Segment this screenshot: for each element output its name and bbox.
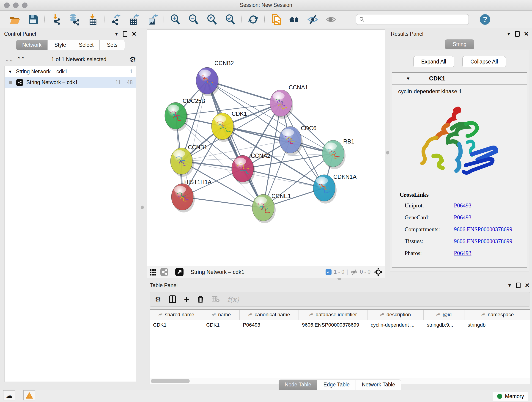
import-table-file-icon[interactable] [87, 13, 99, 26]
birds-eye-view-icon[interactable] [175, 268, 184, 276]
pharos-link[interactable]: P06493 [454, 250, 471, 256]
export-table-icon[interactable] [128, 13, 140, 26]
function-builder-icon: f(x) [227, 295, 239, 303]
table-menu-icon[interactable]: ▼ [507, 283, 512, 288]
tab-sets[interactable]: Sets [100, 40, 125, 50]
column-header-name[interactable]: ☍name [203, 310, 240, 320]
hide-selected-icon[interactable] [307, 13, 319, 26]
close-panel-icon[interactable]: ✕ [132, 31, 137, 38]
export-network-icon[interactable] [109, 13, 122, 26]
show-column-icon[interactable] [169, 295, 176, 303]
selected-nodes-checkbox-icon[interactable]: ✓ [326, 269, 331, 275]
warnings-button[interactable] [23, 390, 35, 400]
network-node-RB1[interactable]: RB1 [322, 138, 355, 169]
memory-button[interactable]: Memory [493, 392, 528, 401]
navigator-crosshair-icon[interactable] [374, 268, 383, 277]
zoom-fit-icon[interactable] [206, 13, 218, 26]
first-neighbors-icon[interactable] [288, 13, 301, 26]
results-menu-icon[interactable]: ▼ [506, 32, 511, 37]
network-node-CDC25B[interactable]: CDC25B [165, 98, 205, 131]
scrollbar-thumb[interactable] [151, 379, 190, 383]
column-type-icon: ☍ [380, 312, 384, 317]
expand-all-button[interactable]: Expand All [413, 56, 454, 67]
node-label: RB1 [343, 138, 355, 145]
network-collection-row[interactable]: ▼ String Network – cdk1 1 [5, 66, 136, 77]
search-box [356, 14, 469, 25]
node-label: CDK1 [232, 110, 247, 117]
entry-expander-icon[interactable]: ▼ [406, 76, 410, 81]
tab-string[interactable]: String [445, 39, 474, 49]
results-float-icon[interactable] [515, 31, 520, 37]
network-tree: ▼ String Network – cdk1 1 String Network… [5, 66, 136, 382]
tissues-link[interactable]: 9606.ENSP00000378699 [454, 238, 512, 245]
help-button[interactable]: ? [480, 14, 490, 25]
tab-network[interactable]: Network [16, 40, 48, 50]
compartments-link[interactable]: 9606.ENSP00000378699 [454, 226, 512, 233]
column-header-sharedname[interactable]: ☍shared name [150, 310, 203, 320]
network-view: CCNB2CCNA1CDC25BCDK1CDC6RB1CCNB1CCNA2CDK… [147, 29, 385, 278]
delete-column-icon[interactable] [197, 295, 204, 303]
show-all-icon[interactable] [325, 13, 337, 26]
float-panel-icon[interactable] [123, 31, 127, 37]
column-header-databaseidentifier[interactable]: ☍database identifier [299, 310, 367, 320]
collapse-tree-icon[interactable]: ⌃⌃ [17, 56, 25, 63]
cloud-status-button[interactable]: ☁ [3, 390, 15, 400]
crosslink-label: Compartments: [405, 226, 454, 233]
collapse-all-button[interactable]: Collapse All [462, 56, 506, 67]
network-node-CCNE1[interactable]: CCNE1 [252, 193, 291, 223]
collection-expander-icon[interactable]: ▼ [8, 69, 12, 74]
left-splitter-handle[interactable] [141, 206, 144, 209]
network-badge-icon[interactable] [160, 268, 168, 276]
tab-style[interactable]: Style [48, 40, 73, 50]
import-network-database-icon[interactable] [68, 13, 81, 26]
table-close-icon[interactable]: ✕ [525, 282, 530, 289]
search-input[interactable] [365, 17, 466, 22]
apply-layout-icon[interactable] [247, 13, 259, 26]
maximize-window-button[interactable] [22, 2, 27, 8]
open-session-icon[interactable] [9, 13, 21, 26]
tab-select[interactable]: Select [73, 40, 100, 50]
save-session-icon[interactable] [27, 13, 39, 26]
table-float-icon[interactable] [516, 283, 520, 288]
results-panel: Results Panel ▼ ✕ String Expand All Coll… [389, 30, 530, 272]
network-node-CCNA2[interactable]: CCNA2 [232, 153, 270, 184]
column-header-description[interactable]: ☍description [367, 310, 424, 320]
create-column-icon[interactable]: + [184, 294, 189, 305]
genecard-link[interactable]: P06493 [454, 214, 471, 221]
network-node-count: 11 [115, 79, 121, 85]
panel-menu-icon[interactable]: ▼ [114, 32, 119, 37]
import-network-file-icon[interactable] [50, 13, 62, 26]
network-node-CCNB2[interactable]: CCNB2 [196, 60, 234, 96]
new-network-from-selection-icon[interactable] [270, 13, 282, 26]
column-header-canonicalname[interactable]: ☍canonical name [240, 310, 299, 320]
memory-label: Memory [505, 393, 524, 400]
right-splitter-handle[interactable] [386, 151, 389, 154]
network-options-gear-icon[interactable]: ⚙ [129, 55, 136, 64]
network-node-HIST1H1A[interactable]: HIST1H1A [171, 179, 212, 212]
close-window-button[interactable] [4, 2, 10, 8]
table-options-gear-icon[interactable]: ⚙ [155, 295, 161, 303]
network-edge[interactable] [222, 126, 333, 153]
export-image-icon[interactable] [146, 13, 158, 26]
uniprot-link[interactable]: P06493 [454, 202, 471, 209]
table-panel: Table Panel ▼ ✕ ⚙ + f(x) ☍shared name☍na… [148, 280, 532, 390]
network-node-CDC6[interactable]: CDC6 [279, 125, 317, 155]
grid-view-icon[interactable] [149, 268, 157, 276]
node-label: CCNA1 [289, 84, 308, 90]
network-edge[interactable] [207, 81, 263, 208]
network-node-CCNA1[interactable]: CCNA1 [270, 84, 308, 119]
table-row[interactable]: CDK1CDK1P064939606.ENSP00000378699cyclin… [150, 320, 530, 330]
column-header-id[interactable]: ☍@id [424, 310, 464, 320]
column-header-namespace[interactable]: ☍namespace [464, 310, 530, 320]
zoom-selected-icon[interactable] [224, 13, 236, 26]
crosslink-label: GeneCard: [405, 214, 454, 221]
results-close-icon[interactable]: ✕ [524, 31, 529, 38]
zoom-out-icon[interactable] [187, 13, 200, 26]
minimize-window-button[interactable] [13, 2, 19, 8]
network-canvas[interactable]: CCNB2CCNA1CDC25BCDK1CDC6RB1CCNB1CCNA2CDK… [147, 29, 385, 266]
network-node-CDKN1A[interactable]: CDKN1A [313, 173, 357, 204]
table-toolbar: ⚙ + f(x) [150, 292, 530, 307]
zoom-in-icon[interactable] [169, 13, 181, 26]
expand-tree-icon[interactable]: ⌄⌄ [5, 56, 13, 63]
network-row[interactable]: String Network – cdk1 11 48 [5, 77, 136, 88]
